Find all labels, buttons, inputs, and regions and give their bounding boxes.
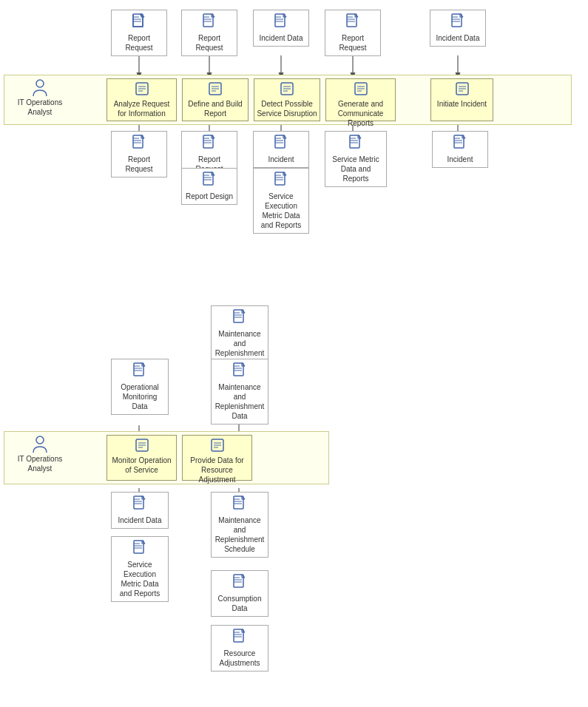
actor-name-2: IT Operations Analyst [18,455,62,473]
doc-report-design: Report Design [181,168,237,205]
actor-name-1: IT Operations Analyst [18,98,62,116]
document-icon-14 [214,362,266,381]
activity-label-2: Define and Build Report [188,100,242,118]
diagram-container: Report Request Report Request Incident D… [4,4,581,703]
document-icon-18 [214,495,266,514]
document-icon-13 [214,309,266,328]
document-icon-5 [433,13,483,32]
document-icon-7 [184,135,234,153]
doc-incident-data-1: Incident Data [253,10,309,47]
doc-label-20: Resource Adjustments [219,649,260,667]
doc-label-19: Consumption Data [218,595,262,612]
document-icon-3 [256,13,306,32]
doc-label-17: Service Execution Metric Data and Report… [120,561,160,598]
doc-report-request-bottom-1: Report Request [111,131,167,177]
doc-label-6: Report Request [125,155,152,173]
document-icon-9 [256,135,306,153]
activity-detect-disruption[interactable]: Detect Possible Service Disruption [254,78,320,121]
doc-report-request-2: Report Request [181,10,237,56]
activity-icon-7 [185,439,249,454]
activity-label-1: Analyze Request for Information [114,100,170,118]
doc-label-10: Service Execution Metric Data and Report… [261,192,301,229]
document-icon-16 [114,495,166,514]
doc-resource-adjustments: Resource Adjustments [211,625,268,672]
activity-icon-2 [185,82,246,98]
doc-incident-data-bottom: Incident Data [111,492,169,529]
document-icon-10 [256,172,306,190]
doc-incident-2: Incident [432,131,488,168]
activity-analyze-request[interactable]: Analyze Request for Information [107,78,177,121]
actor-label-2: IT Operations Analyst [7,435,72,473]
document-icon-1 [114,13,164,32]
doc-label-12: Incident [447,155,473,163]
doc-report-request-1: Report Request [111,10,167,56]
doc-service-exec-1: Service Execution Metric Data and Report… [253,168,309,234]
doc-service-exec-bottom: Service Execution Metric Data and Report… [111,536,169,602]
activity-monitor-operation[interactable]: Monitor Operation of Service [107,435,177,481]
document-icon-19 [214,574,266,592]
doc-label-16: Incident Data [118,516,162,524]
doc-maint-data: Maintenance and Replenishment Data [211,359,268,424]
activity-initiate-incident[interactable]: Initiate Incident [430,78,493,121]
activity-icon-3 [257,82,317,98]
swim-lane-1: IT Operations Analyst Analyze Request fo… [4,75,572,125]
doc-label-1: Report Request [125,34,152,52]
activity-label-5: Initiate Incident [437,100,487,108]
document-icon-20 [214,629,266,647]
document-icon-17 [114,540,166,558]
document-icon-15 [114,362,166,381]
doc-label-8: Report Design [186,192,233,200]
doc-operational-monitoring: Operational Monitoring Data [111,359,169,415]
document-icon-2 [184,13,234,32]
document-icon-8 [184,172,234,190]
doc-label-5: Incident Data [436,34,480,42]
activity-provide-data[interactable]: Provide Data for Resource Adjustment [182,435,252,481]
doc-label-4: Report Request [339,34,366,52]
doc-maint-schedule-bottom: Maintenance and Replenishment Schedule [211,492,268,558]
activity-label-4: Generate and Communicate Reports [338,100,384,127]
activity-define-build[interactable]: Define and Build Report [182,78,249,121]
doc-label-2: Report Request [195,34,223,52]
activity-generate-reports[interactable]: Generate and Communicate Reports [325,78,396,121]
activity-icon-1 [109,82,174,98]
activity-label-7: Provide Data for Resource Adjustment [190,456,243,484]
swim-lane-2: IT Operations Analyst Monitor Operation … [4,431,329,484]
document-icon-4 [328,13,378,32]
document-icon-12 [435,135,485,153]
svg-point-95 [36,436,44,444]
doc-service-metric: Service Metric Data and Reports [325,131,387,187]
doc-label-18: Maintenance and Replenishment Schedule [215,516,265,553]
doc-label-14: Maintenance and Replenishment Data [215,383,265,420]
doc-incident-data-2: Incident Data [430,10,486,47]
doc-label-3: Incident Data [260,34,303,42]
actor-label-1: IT Operations Analyst [7,78,72,117]
document-icon-11 [328,135,384,153]
doc-consumption-data: Consumption Data [211,570,268,617]
doc-label-9: Incident [268,155,294,163]
activity-icon-4 [328,82,393,98]
activity-icon-6 [109,439,174,454]
activity-label-3: Detect Possible Service Disruption [257,100,317,118]
doc-incident-1: Incident [253,131,309,168]
svg-point-34 [36,80,44,87]
doc-report-request-3: Report Request [325,10,381,56]
activity-icon-5 [433,82,490,98]
doc-label-11: Service Metric Data and Reports [332,155,379,183]
activity-label-6: Monitor Operation of Service [112,456,171,474]
document-icon-6 [114,135,164,153]
doc-label-15: Operational Monitoring Data [121,383,159,410]
